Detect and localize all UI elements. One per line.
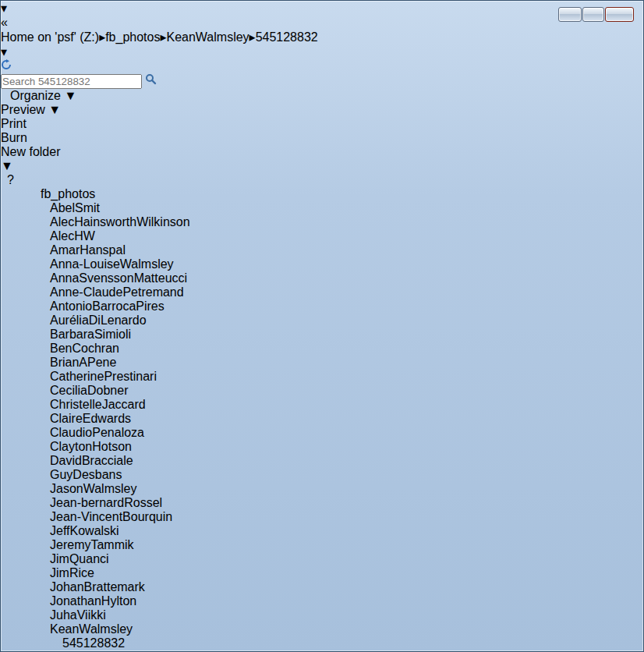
chevron-down-icon: ▼ [48, 103, 61, 116]
tree-item-label: JonathanHylton [50, 594, 136, 608]
burn-button[interactable]: Burn [1, 131, 643, 145]
new-folder-label: New folder [1, 145, 60, 158]
refresh-button[interactable] [1, 59, 643, 73]
breadcrumb-segment[interactable]: Home on 'psf' (Z:) [1, 30, 99, 44]
tree-item[interactable]: ClaireEdwards [1, 412, 643, 426]
tree-item[interactable]: JeffKowalski [1, 524, 643, 538]
tree-item[interactable]: GuyDesbans [1, 468, 643, 482]
tree-item-label: fb_photos [41, 187, 95, 200]
tree-item[interactable]: AntonioBarrocaPires [1, 299, 643, 314]
tree-item[interactable]: BrianAPene [1, 356, 643, 370]
minimize-button[interactable] [558, 7, 582, 22]
refresh-icon [1, 59, 12, 70]
print-button[interactable]: Print [1, 117, 643, 131]
search-icon[interactable] [145, 73, 157, 85]
tree-item-label: Jean-VincentBourquin [50, 510, 172, 523]
tree-item-label: ChristelleJaccard [50, 398, 146, 411]
tree-item-label: JuhaViikki [50, 608, 106, 622]
tree-item[interactable]: DavidBracciale [1, 454, 643, 468]
tree-item-label: JeremyTammik [50, 538, 134, 551]
folder-tree: fb_photosAbelSmitAlecHainsworthWilkinson… [1, 187, 643, 652]
new-folder-button[interactable]: New folder [1, 145, 643, 159]
breadcrumb-separator-icon: ▸ [99, 30, 105, 44]
tree-item[interactable]: JuhaViikki [1, 608, 643, 622]
tree-item-label: GuyDesbans [50, 468, 122, 481]
tree-item-label: ClaytonHotson [50, 440, 132, 453]
tree-item[interactable]: JimRice [1, 566, 643, 580]
tree-item-label: JohanBrattemark [50, 580, 145, 594]
breadcrumb-separator-icon: ▸ [249, 30, 256, 44]
breadcrumb-segment[interactable]: 545128832 [256, 30, 318, 44]
tree-item-label: AmarHanspal [50, 243, 126, 257]
tree-item[interactable]: BarbaraSimioli [1, 328, 643, 342]
search-box [1, 73, 643, 89]
change-view-button[interactable]: ▼ [1, 159, 643, 173]
tree-item[interactable]: AmarHanspal [1, 243, 643, 257]
window-controls [557, 7, 634, 22]
tree-item[interactable]: fb_photos [1, 187, 643, 201]
tree-item-label: BarbaraSimioli [50, 328, 131, 341]
tree-item-label: JasonWalmsley [50, 482, 136, 495]
search-input[interactable] [1, 74, 142, 89]
preview-button[interactable]: Preview ▼ [1, 103, 643, 117]
tree-item[interactable]: Jean-bernardRossel [1, 496, 643, 510]
chevron-down-icon: ▼ [64, 89, 76, 102]
tree-item-label: JeffKowalski [50, 524, 119, 537]
tree-item[interactable]: JasonWalmsley [1, 482, 643, 496]
tree-item-label: JimQuanci [50, 552, 109, 565]
help-icon: ? [7, 173, 14, 186]
chevron-down-icon: ▼ [1, 159, 13, 172]
tree-item[interactable]: Anna-LouiseWalmsley [1, 257, 643, 271]
tree-item-label: JimRice [50, 566, 94, 579]
tree-item[interactable]: JeremyTammik [1, 538, 643, 552]
tree-item-label: AnnaSvenssonMatteucci [50, 271, 187, 285]
tree-item-label: Anne-ClaudePetremand [50, 285, 184, 299]
tree-item[interactable]: JonathanHylton [1, 594, 643, 608]
help-button[interactable]: ? [7, 173, 635, 187]
tree-item[interactable]: KeanWalmsley [1, 622, 643, 636]
tree-item-label: DavidBracciale [50, 454, 133, 467]
tree-item[interactable]: JohanBrattemark [1, 580, 643, 594]
tree-item-label: AuréliaDiLenardo [50, 314, 147, 327]
tree-item[interactable]: AnnaSvenssonMatteucci [1, 271, 643, 285]
tree-item-label: ClaireEdwards [50, 412, 131, 425]
burn-label: Burn [1, 131, 27, 144]
tree-item[interactable]: ClaudioPenaloza [1, 426, 643, 440]
organize-label: Organize [10, 89, 61, 102]
title-bar[interactable] [1, 1, 643, 24]
tree-item-label: BrianAPene [50, 356, 116, 369]
tree-item[interactable]: AuréliaDiLenardo [1, 314, 643, 328]
tree-item-label: AbelSmit [50, 201, 100, 214]
tree-item-label: CatherinePrestinari [50, 370, 157, 383]
tree-item[interactable]: ChristelleJaccard [1, 398, 643, 412]
tree-item[interactable]: Anne-ClaudePetremand [1, 285, 643, 299]
breadcrumb-segments: Home on 'psf' (Z:)▸fb_photos▸KeanWalmsle… [1, 30, 643, 44]
maximize-button[interactable] [582, 7, 604, 22]
tree-item-label: CeciliaDobner [50, 384, 129, 397]
breadcrumb-segment[interactable]: KeanWalmsley [166, 30, 249, 44]
tree-item-label: AlecHainsworthWilkinson [50, 215, 190, 229]
address-bar[interactable]: « Home on 'psf' (Z:)▸fb_photos▸KeanWalms… [1, 16, 643, 73]
tree-item[interactable]: AbelSmit [1, 201, 643, 215]
preview-label: Preview [1, 103, 45, 116]
tree-item-label: Jean-bernardRossel [50, 496, 162, 509]
tree-item[interactable]: ClaytonHotson [1, 440, 643, 454]
close-button[interactable] [605, 7, 634, 22]
tree-item[interactable]: JimQuanci [1, 552, 643, 566]
tree-item[interactable]: Jean-VincentBourquin [1, 510, 643, 524]
tree-item-label: ClaudioPenaloza [50, 426, 144, 439]
tree-item[interactable]: BenCochran [1, 342, 643, 356]
tree-item-label: 545128832 [62, 636, 125, 650]
tree-item-label: BenCochran [50, 342, 119, 355]
tree-item[interactable]: CeciliaDobner [1, 384, 643, 398]
tree-item-label: Anna-LouiseWalmsley [50, 257, 174, 271]
tree-item-label: AlecHW [50, 229, 95, 243]
organize-button[interactable]: Organize ▼ [10, 89, 643, 103]
breadcrumb-segment[interactable]: fb_photos [105, 30, 160, 44]
tree-item[interactable]: 545128832 [1, 636, 643, 650]
address-dropdown-arrow[interactable]: ▾ [1, 45, 7, 58]
tree-item-label: KeanWalmsley [50, 622, 133, 636]
tree-item[interactable]: CatherinePrestinari [1, 370, 643, 384]
tree-item[interactable]: AlecHW [1, 229, 643, 243]
tree-item[interactable]: AlecHainsworthWilkinson [1, 215, 643, 229]
